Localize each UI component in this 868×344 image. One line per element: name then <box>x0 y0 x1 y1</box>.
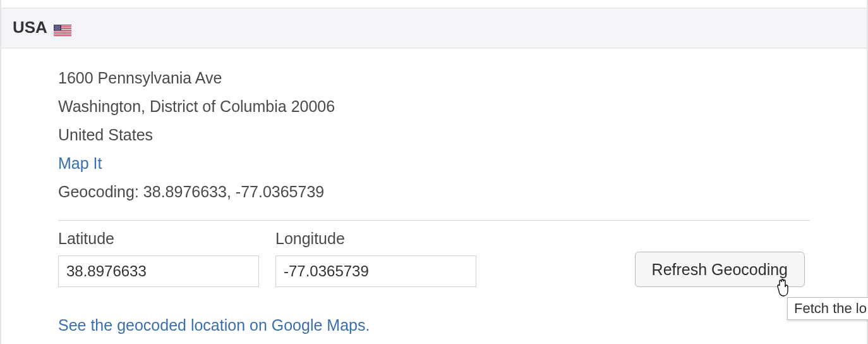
svg-point-15 <box>54 28 55 28</box>
refresh-geocoding-button[interactable]: Refresh Geocoding <box>635 252 805 287</box>
map-it-link[interactable]: Map It <box>58 154 102 172</box>
svg-point-9 <box>56 25 57 26</box>
see-on-google-maps-link[interactable]: See the geocoded location on Google Maps… <box>58 316 370 334</box>
address-line-1: 1600 Pennsylvania Ave <box>58 64 810 92</box>
address-line-2: Washington, District of Columbia 20006 <box>58 92 810 121</box>
latitude-input[interactable] <box>58 255 259 287</box>
svg-rect-5 <box>54 32 71 33</box>
geocoding-label-prefix: Geocoding: <box>58 183 143 200</box>
svg-point-18 <box>59 28 60 28</box>
svg-point-8 <box>54 25 55 26</box>
svg-point-10 <box>57 25 58 26</box>
tooltip: Fetch the lo <box>787 297 868 320</box>
latitude-label: Latitude <box>58 230 259 248</box>
country-header: USA <box>1 9 867 49</box>
flag-icon <box>54 22 71 34</box>
geocoding-display: Geocoding: 38.8976633, -77.0365739 <box>58 178 810 206</box>
latlon-row: Latitude Longitude Refresh Geocoding <box>58 230 810 287</box>
svg-point-11 <box>59 25 60 26</box>
svg-rect-6 <box>54 34 71 35</box>
svg-rect-4 <box>54 30 71 31</box>
content-panel: 1600 Pennsylvania Ave Washington, Distri… <box>1 49 867 344</box>
svg-point-19 <box>56 29 56 30</box>
svg-point-20 <box>57 29 57 30</box>
svg-point-14 <box>59 27 59 27</box>
geocoding-value: 38.8976633, -77.0365739 <box>143 183 324 200</box>
divider <box>58 220 810 221</box>
svg-point-13 <box>57 27 57 27</box>
longitude-input[interactable] <box>275 255 476 287</box>
top-divider <box>1 0 867 9</box>
longitude-label: Longitude <box>275 230 476 248</box>
country-label: USA <box>13 18 47 37</box>
svg-point-17 <box>57 28 58 28</box>
svg-point-12 <box>56 27 56 27</box>
address-line-3: United States <box>58 121 810 149</box>
svg-point-16 <box>56 28 57 28</box>
svg-point-21 <box>59 29 59 30</box>
